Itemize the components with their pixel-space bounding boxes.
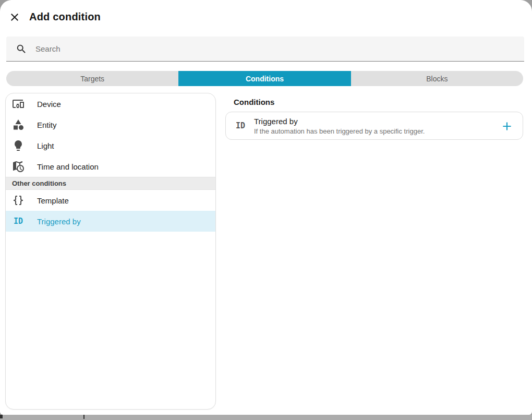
sidebar-item-light[interactable]: Light: [6, 135, 215, 156]
sidebar-item-label: Template: [37, 196, 69, 205]
category-list-panel: Device Entity Light Time and location Ot…: [5, 93, 216, 410]
section-title: Conditions: [224, 93, 523, 112]
group-header-other-conditions: Other conditions: [6, 177, 215, 190]
sidebar-item-label: Entity: [37, 121, 57, 129]
devices-icon: [12, 98, 25, 110]
tab-targets[interactable]: Targets: [6, 71, 178, 86]
background-page-strip: [0, 415, 532, 420]
sidebar-item-label: Triggered by: [37, 217, 81, 226]
background-artifact: [83, 415, 84, 419]
identifier-icon: ID: [12, 215, 25, 227]
condition-card-triggered-by[interactable]: ID Triggered by If the automation has be…: [225, 112, 523, 140]
sidebar-item-device[interactable]: Device: [6, 93, 215, 114]
card-description: If the automation has been triggered by …: [254, 127, 425, 136]
tab-bar: Targets Conditions Blocks: [6, 71, 523, 86]
shapes-icon: [12, 118, 25, 131]
tab-conditions[interactable]: Conditions: [178, 71, 350, 86]
sidebar-item-entity[interactable]: Entity: [6, 114, 215, 135]
identifier-icon: ID: [234, 119, 247, 132]
sidebar-item-label: Time and location: [37, 162, 99, 171]
background-artifact: [0, 415, 3, 418]
search-icon: [16, 43, 27, 55]
map-clock-icon: [12, 160, 25, 173]
sidebar-item-template[interactable]: Template: [6, 190, 215, 211]
add-condition-dialog: Add condition Targets Conditions Blocks …: [0, 0, 532, 415]
dialog-header: Add condition: [0, 0, 532, 34]
plus-icon[interactable]: [497, 116, 517, 137]
card-title: Triggered by: [254, 116, 425, 127]
search-input[interactable]: [35, 44, 517, 53]
conditions-panel: Conditions ID Triggered by If the automa…: [224, 93, 523, 140]
sidebar-item-triggered-by[interactable]: ID Triggered by: [6, 211, 215, 232]
code-braces-icon: [12, 194, 25, 207]
sidebar-item-label: Device: [37, 100, 61, 109]
lightbulb-icon: [12, 139, 25, 152]
dialog-title: Add condition: [29, 11, 101, 23]
sidebar-item-label: Light: [37, 141, 54, 150]
tab-blocks[interactable]: Blocks: [351, 71, 523, 86]
search-field[interactable]: [6, 37, 524, 62]
sidebar-item-time-and-location[interactable]: Time and location: [6, 156, 215, 177]
close-icon[interactable]: [8, 11, 21, 23]
